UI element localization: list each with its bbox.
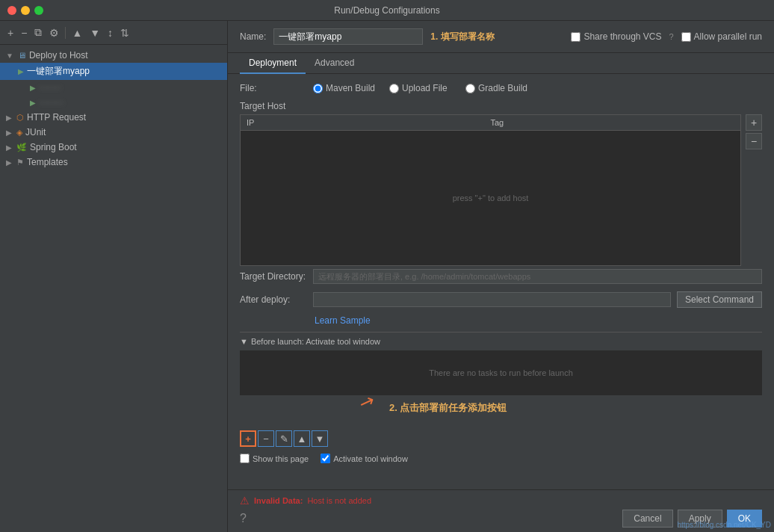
tree-item-http-request[interactable]: ▶ ⬡ HTTP Request	[0, 110, 227, 125]
show-page-text: Show this page	[253, 454, 309, 463]
action-buttons: Cancel Apply OK	[622, 510, 762, 528]
down-button[interactable]: ▼	[87, 25, 103, 40]
tree-toolbar: + − ⧉ ⚙ ▲ ▼ ↕ ⇅	[0, 21, 227, 45]
table-action-buttons: + −	[746, 114, 762, 266]
main-layout: + − ⧉ ⚙ ▲ ▼ ↕ ⇅ ▼ 🖥 Deploy to Host ▶ 一键部…	[0, 21, 774, 532]
before-launch-header[interactable]: ▼ Before launch: Activate tool window	[240, 332, 762, 350]
show-page-label[interactable]: Show this page	[240, 454, 309, 463]
add-host-button[interactable]: +	[746, 114, 762, 131]
file-row: File: Maven Build Upload File Gradle Bui…	[240, 83, 762, 93]
vcs-area: Share through VCS ? Allow parallel run	[571, 31, 762, 42]
error-label: Invalid Data:	[254, 496, 303, 505]
close-button[interactable]	[7, 6, 16, 15]
tree-item-label: Templates	[27, 157, 68, 167]
up-button[interactable]: ▲	[69, 25, 85, 40]
maven-radio[interactable]	[313, 84, 323, 93]
move-button[interactable]: ↕	[105, 25, 116, 40]
parallel-run-label[interactable]: Allow parallel run	[681, 31, 762, 42]
config-header: Name: 1. 填写部署名称 Share through VCS ? Allo…	[228, 21, 774, 53]
after-deploy-input[interactable]	[313, 292, 671, 307]
remove-task-button[interactable]: −	[258, 430, 274, 447]
tree-item-label: ··········	[39, 97, 64, 108]
before-launch-content-wrapper: There are no tasks to run before launch …	[240, 350, 762, 428]
before-launch-content: There are no tasks to run before launch	[240, 350, 762, 395]
after-deploy-row: After deploy: Select Command	[240, 291, 762, 308]
add-config-button[interactable]: +	[4, 25, 16, 40]
copy-config-button[interactable]: ⧉	[31, 25, 45, 40]
file-label: File:	[240, 83, 307, 93]
tab-deployment[interactable]: Deployment	[240, 53, 306, 74]
toolbar-separator	[65, 27, 66, 39]
tree-item-junit[interactable]: ▶ ◈ JUnit	[0, 125, 227, 140]
error-message: Host is not added	[307, 496, 371, 505]
no-tasks-text: There are no tasks to run before launch	[429, 368, 573, 377]
right-panel: Name: 1. 填写部署名称 Share through VCS ? Allo…	[228, 21, 774, 532]
activate-window-label[interactable]: Activate tool window	[321, 454, 408, 463]
learn-sample-row: Learn Sample	[240, 315, 762, 326]
content-area: File: Maven Build Upload File Gradle Bui…	[228, 74, 774, 489]
minimize-button[interactable]	[21, 6, 30, 15]
share-vcs-label[interactable]: Share through VCS	[571, 31, 661, 42]
table-body: press "+" to add host	[241, 131, 740, 265]
maven-build-option[interactable]: Maven Build	[313, 83, 380, 93]
task-down-button[interactable]: ▼	[312, 430, 328, 447]
item-icon: ▶	[30, 84, 36, 92]
tree-item-label: Spring Boot	[30, 142, 77, 152]
activate-window-text: Activate tool window	[333, 454, 408, 463]
http-icon: ⬡	[16, 113, 24, 123]
apply-button[interactable]: Apply	[678, 510, 722, 528]
tree-item-blurred-1[interactable]: ▶ ·········	[0, 80, 227, 95]
tree-item-myapp[interactable]: ▶ 一键部署myapp	[0, 63, 227, 80]
target-host-area: IP Tag press "+" to add host + −	[240, 114, 762, 266]
upload-file-option[interactable]: Upload File	[389, 83, 456, 93]
target-dir-input[interactable]	[313, 269, 762, 284]
target-host-section: Target Host IP Tag press "+" to add host…	[240, 101, 762, 266]
annotation-step1: 1. 填写部署名称	[430, 31, 494, 43]
ok-button[interactable]: OK	[727, 510, 762, 528]
task-up-button[interactable]: ▲	[294, 430, 310, 447]
upload-radio[interactable]	[389, 84, 399, 93]
checkboxes-row: Show this page Activate tool window	[240, 449, 762, 468]
before-launch-section: ▼ Before launch: Activate tool window Th…	[240, 332, 762, 468]
bottom-bar: ⚠ Invalid Data: Host is not added ? Canc…	[228, 489, 774, 532]
tree-item-spring-boot[interactable]: ▶ 🌿 Spring Boot	[0, 140, 227, 155]
tree-item-templates[interactable]: ▶ ⚑ Templates	[0, 155, 227, 170]
deploy-folder-icon: 🖥	[18, 51, 26, 60]
window-title: Run/Debug Configurations	[334, 5, 439, 16]
tree-item-blurred-2[interactable]: ▶ ··········	[0, 95, 227, 110]
sort-button[interactable]: ⇅	[117, 25, 132, 40]
target-host-title: Target Host	[240, 101, 762, 111]
gradle-build-option[interactable]: Gradle Build	[465, 83, 533, 93]
remove-host-button[interactable]: −	[746, 133, 762, 149]
maximize-button[interactable]	[34, 6, 43, 15]
error-icon: ⚠	[240, 495, 250, 507]
after-deploy-label: After deploy:	[240, 294, 307, 305]
tab-bar: Deployment Advanced	[228, 53, 774, 74]
junit-icon: ◈	[16, 128, 22, 137]
gradle-radio[interactable]	[465, 84, 475, 93]
edit-task-button[interactable]: ✎	[276, 430, 292, 447]
learn-sample-link[interactable]: Learn Sample	[240, 315, 371, 326]
parallel-run-checkbox[interactable]	[681, 32, 691, 42]
button-area: ? Cancel Apply OK	[240, 510, 762, 528]
file-radio-group: Maven Build Upload File Gradle Build	[313, 83, 533, 93]
cancel-button[interactable]: Cancel	[622, 510, 672, 528]
tree-item-deploy-to-host[interactable]: ▼ 🖥 Deploy to Host	[0, 48, 227, 63]
help-icon[interactable]: ?	[669, 32, 673, 41]
error-row: ⚠ Invalid Data: Host is not added	[240, 495, 762, 507]
help-button[interactable]: ?	[240, 512, 247, 525]
deploy-item-icon: ▶	[18, 67, 24, 75]
item-icon: ▶	[30, 99, 36, 107]
window-controls	[7, 6, 43, 15]
collapse-icon: ▼	[240, 337, 248, 346]
chevron-right-icon: ▶	[6, 114, 12, 122]
tab-advanced[interactable]: Advanced	[306, 53, 363, 74]
select-command-button[interactable]: Select Command	[677, 291, 762, 308]
activate-window-checkbox[interactable]	[321, 454, 330, 463]
settings-config-button[interactable]: ⚙	[46, 25, 62, 40]
add-task-button[interactable]: +	[240, 430, 256, 447]
name-input[interactable]	[273, 28, 423, 45]
remove-config-button[interactable]: −	[18, 25, 30, 40]
show-page-checkbox[interactable]	[240, 454, 250, 463]
share-vcs-checkbox[interactable]	[571, 32, 580, 42]
